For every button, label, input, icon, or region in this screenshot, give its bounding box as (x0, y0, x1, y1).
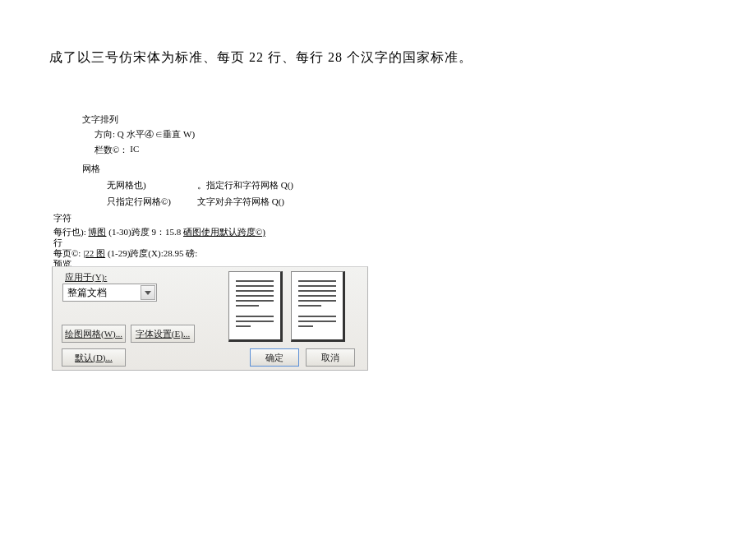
columns-row: 栏数©： IC (94, 144, 139, 156)
apply-to-dropdown[interactable]: 整篇文档 (62, 284, 157, 302)
document-heading: 成了以三号仿宋体为标准、每页 22 行、每行 28 个汉字的国家标准。 (49, 49, 472, 67)
direction-row: 方向: Q 水平④ ∈垂直 W) (94, 128, 195, 141)
grid-rowcol-option[interactable]: 指定行和字符网格 Q() (206, 180, 293, 190)
grid-align-option[interactable]: 文字对弁字符网格 Q() (197, 193, 293, 210)
direction-horizontal-option[interactable]: Q 水平④ (118, 129, 154, 139)
columns-value[interactable]: IC (130, 144, 139, 156)
preview-page-right (291, 271, 345, 342)
grid-options-left: 无网格也) 只指定行网格©) (107, 177, 171, 210)
columns-label: 栏数©： (94, 144, 128, 156)
cancel-button[interactable]: 取消 (306, 348, 355, 367)
draw-grid-button[interactable]: 绘图网格(W)... (62, 325, 126, 343)
apply-to-label: 应用于(Y): (65, 271, 107, 284)
dialog-panel: 应用于(Y): 整篇文档 绘图网格(W)... 字体设置(E)... 默认(D)… (52, 266, 368, 371)
per-line-range: (1-30)跨度 9：15.8 (108, 227, 181, 237)
preview-page-left (228, 271, 283, 342)
per-page-value[interactable]: |22 图 (83, 248, 105, 258)
per-line-default[interactable]: 硒图使用默认跨度©) (183, 227, 265, 237)
text-arrangement-label: 文字排列 (82, 113, 118, 126)
direction-vertical-option[interactable]: ∈垂直 W) (155, 129, 195, 139)
preview-pages (228, 271, 345, 342)
per-page-row: 每页©: |22 图 (1-29)跨度(X):28.95 磅: (53, 247, 197, 260)
chars-section-label: 字符 (53, 212, 71, 224)
grid-row-only-option[interactable]: 只指定行网格©) (107, 193, 171, 210)
per-page-range: (1-29)跨度(X):28.95 磅: (108, 248, 197, 258)
direction-label: 方向: (94, 129, 115, 139)
per-page-label: 每页©: (53, 248, 81, 258)
default-button[interactable]: 默认(D)... (62, 348, 126, 367)
per-line-value[interactable]: 博图 (88, 227, 106, 237)
chevron-down-icon[interactable] (141, 285, 155, 300)
per-line-label: 每行也): (53, 227, 86, 237)
grid-section-label: 网格 (82, 163, 100, 175)
grid-none-option[interactable]: 无网格也) (107, 177, 171, 193)
ok-button[interactable]: 确定 (250, 348, 299, 367)
grid-options-right: 。指定行和字符网格 Q() 文字对弁字符网格 Q() (197, 177, 293, 210)
font-settings-button[interactable]: 字体设置(E)... (131, 325, 195, 343)
apply-to-value: 整篇文档 (67, 286, 107, 300)
per-line-row: 每行也): 博图 (1-30)跨度 9：15.8 硒图使用默认跨度©) (53, 226, 265, 238)
